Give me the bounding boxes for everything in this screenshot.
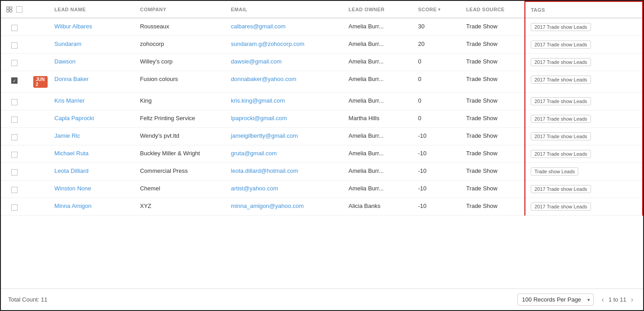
lead-name-link[interactable]: Leota Dilliard: [54, 167, 89, 174]
tags-cell: 2017 Trade show Leads: [525, 110, 643, 128]
lead-name-link[interactable]: Donna Baker: [54, 76, 89, 82]
row-checkbox[interactable]: [11, 99, 18, 105]
score-cell: 0: [413, 110, 461, 128]
email-cell: donnabaker@yahoo.com: [226, 71, 343, 93]
score-cell: -10: [413, 145, 461, 163]
per-page-select[interactable]: 100 Records Per Page50 Records Per Page2…: [517, 293, 594, 306]
per-page-wrapper: 100 Records Per Page50 Records Per Page2…: [517, 293, 594, 306]
lead-name-link[interactable]: Sundaram: [54, 41, 81, 47]
row-checkbox[interactable]: [11, 152, 18, 158]
lead-name-cell: Kris Marrier: [49, 93, 134, 110]
lead-name-link[interactable]: Jamie Ric: [54, 132, 80, 139]
company-cell: Rousseaux: [134, 18, 225, 36]
tag-badge[interactable]: 2017 Trade show Leads: [531, 150, 591, 158]
page-info: 1 to 11: [608, 296, 626, 303]
row-select-cell: [1, 128, 28, 145]
company-cell: XYZ: [134, 198, 225, 216]
header-tags: TAGS: [525, 1, 643, 18]
lead-owner-cell: Alicia Banks: [343, 198, 413, 216]
score-cell: 30: [413, 18, 461, 36]
row-select-cell: [1, 110, 28, 128]
header-select-col: [1, 1, 28, 18]
page-navigation: ‹ 1 to 11 ›: [599, 295, 636, 305]
tag-badge[interactable]: 2017 Trade show Leads: [531, 203, 591, 211]
lead-owner-cell: Amelia Burr...: [343, 180, 413, 198]
row-checkbox[interactable]: [11, 117, 18, 123]
email-link[interactable]: leota.dillard@hotmail.com: [231, 167, 298, 174]
row-checkbox[interactable]: [11, 169, 18, 176]
lead-name-link[interactable]: Wilbur Albares: [54, 23, 92, 30]
lead-name-link[interactable]: Capla Paprocki: [54, 115, 94, 122]
lead-name-cell: Capla Paprocki: [49, 110, 134, 128]
table-row: ✓JUN 2Donna BakerFusion coloursdonnabake…: [1, 71, 643, 93]
table-row: Kris MarrierKingkris.king@gmail.comAmeli…: [1, 93, 643, 110]
lead-name-link[interactable]: Kris Marrier: [54, 97, 84, 104]
tags-cell: 2017 Trade show Leads: [525, 145, 643, 163]
company-cell: Feltz Printing Service: [134, 110, 225, 128]
tag-badge[interactable]: 2017 Trade show Leads: [531, 76, 591, 84]
tag-badge[interactable]: 2017 Trade show Leads: [531, 132, 591, 140]
email-link[interactable]: sundaram.g@zohocorp.com: [231, 41, 305, 47]
email-link[interactable]: calbares@gmail.com: [231, 23, 286, 30]
email-link[interactable]: gruta@gmail.com: [231, 150, 277, 157]
tag-badge[interactable]: 2017 Trade show Leads: [531, 58, 591, 66]
row-select-cell: [1, 180, 28, 198]
lead-name-link[interactable]: Dawson: [54, 58, 76, 65]
lead-name-cell: Donna Baker: [49, 71, 134, 93]
tag-badge[interactable]: Trade show Leads: [531, 167, 578, 176]
email-link[interactable]: lpaprocki@gmail.com: [231, 115, 287, 122]
lead-owner-cell: Amelia Burr...: [343, 163, 413, 180]
grid-layout-icon[interactable]: [6, 6, 13, 13]
email-link[interactable]: jameigilbertty@gmail.com: [231, 132, 298, 139]
row-checkbox[interactable]: [11, 204, 18, 211]
lead-name-link[interactable]: Michael Ruta: [54, 150, 89, 157]
next-page-button[interactable]: ›: [628, 295, 636, 305]
prev-page-button[interactable]: ‹: [599, 295, 607, 305]
row-checkbox[interactable]: [11, 25, 18, 31]
tag-badge[interactable]: 2017 Trade show Leads: [531, 185, 591, 193]
email-cell: dawsie@gmail.com: [226, 54, 343, 71]
lead-name-link[interactable]: Winston None: [54, 185, 91, 192]
row-select-cell: [1, 145, 28, 163]
row-checkbox[interactable]: [11, 187, 18, 193]
email-link[interactable]: dawsie@gmail.com: [231, 58, 282, 65]
lead-name-cell: Sundaram: [49, 36, 134, 54]
email-link[interactable]: kris.king@gmail.com: [231, 97, 285, 104]
score-cell: -10: [413, 163, 461, 180]
row-checkbox[interactable]: [11, 60, 18, 66]
email-link[interactable]: minna_amigon@yahoo.com: [231, 203, 304, 209]
lead-source-cell: Trade Show: [461, 180, 525, 198]
row-badge-cell: [28, 54, 49, 71]
table-footer: Total Count: 11 100 Records Per Page50 R…: [1, 288, 643, 310]
header-score[interactable]: SCORE ▾: [413, 1, 461, 18]
lead-name-cell: Wilbur Albares: [49, 18, 134, 36]
company-cell: Commercial Press: [134, 163, 225, 180]
table-row: Sundaramzohocorpsundaram.g@zohocorp.comA…: [1, 36, 643, 54]
lead-name-cell: Leota Dilliard: [49, 163, 134, 180]
tag-badge[interactable]: 2017 Trade show Leads: [531, 97, 591, 105]
tags-cell: 2017 Trade show Leads: [525, 54, 643, 71]
row-checkbox[interactable]: [11, 42, 18, 49]
tag-badge[interactable]: 2017 Trade show Leads: [531, 115, 591, 123]
tags-cell: 2017 Trade show Leads: [525, 198, 643, 216]
tags-cell: 2017 Trade show Leads: [525, 180, 643, 198]
tags-cell: 2017 Trade show Leads: [525, 18, 643, 36]
tag-badge[interactable]: 2017 Trade show Leads: [531, 41, 591, 49]
row-checkbox[interactable]: [11, 134, 18, 140]
row-checkbox[interactable]: ✓: [11, 77, 18, 84]
lead-source-cell: Trade Show: [461, 71, 525, 93]
lead-name-link[interactable]: Minna Amigon: [54, 203, 91, 209]
score-cell: -10: [413, 128, 461, 145]
score-sort-button[interactable]: SCORE ▾: [418, 7, 440, 12]
lead-source-cell: Trade Show: [461, 54, 525, 71]
total-count-label: Total Count: 11: [8, 296, 47, 303]
header-owner: LEAD OWNER: [343, 1, 413, 18]
email-link[interactable]: artist@yahoo.com: [231, 185, 278, 192]
header-company: COMPANY: [134, 1, 225, 18]
tag-badge[interactable]: 2017 Trade show Leads: [531, 23, 591, 31]
table-row: Michael RutaBuckley Miller & Wrightgruta…: [1, 145, 643, 163]
select-all-checkbox[interactable]: [16, 6, 22, 13]
lead-owner-cell: Martha Hills: [343, 110, 413, 128]
email-link[interactable]: donnabaker@yahoo.com: [231, 76, 296, 82]
company-cell: Buckley Miller & Wright: [134, 145, 225, 163]
